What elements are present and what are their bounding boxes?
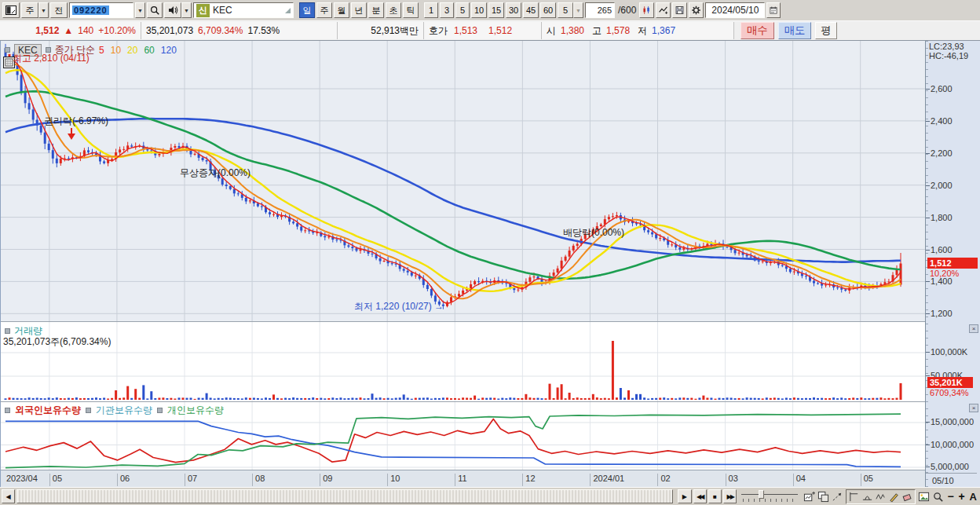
interval-value: 5 (558, 2, 573, 18)
fast-forward-button[interactable]: ▶▶ (723, 489, 737, 503)
period-tab-년[interactable]: 년 (351, 2, 367, 18)
chart-window-button[interactable] (2, 2, 20, 18)
stock-code-input[interactable]: 092220 (69, 2, 133, 18)
sound-dropdown-icon[interactable]: ▼ (181, 2, 192, 18)
chart-add-icon[interactable] (803, 490, 816, 503)
settings-button[interactable] (689, 2, 704, 18)
slider-track (741, 494, 797, 495)
buy-button[interactable]: 매수 (740, 22, 774, 39)
minute-button-30[interactable]: 30 (506, 2, 521, 18)
tool-wave-icon[interactable] (874, 490, 887, 503)
main-price-chart[interactable]: KEC 종가 단순 5102060120 최고 2,810 (04/11) 권리… (1, 41, 925, 321)
period-tab-월[interactable]: 월 (334, 2, 349, 18)
bar-count-value: 265 (598, 5, 612, 15)
gear-icon (691, 4, 701, 16)
open-price: 1,380 (561, 25, 584, 36)
magnifier-icon[interactable] (931, 490, 945, 503)
date-axis-label: 2023/04 (4, 474, 38, 486)
prev-button[interactable]: 전 (50, 2, 68, 18)
price-change-pct: +10.20% (98, 25, 136, 36)
axis-tick-mark (926, 445, 930, 445)
week-dropdown-icon[interactable]: ▼ (38, 2, 49, 18)
interval-dropdown-icon[interactable]: ▼ (573, 2, 583, 18)
minute-button-15[interactable]: 15 (488, 2, 504, 18)
period-tab-분[interactable]: 분 (368, 2, 384, 18)
week-button[interactable]: 주 (21, 2, 38, 18)
rewind-button[interactable]: ◀◀ (693, 489, 707, 503)
ma-period-labels: 5102060120 (99, 45, 177, 56)
up-arrow-icon: ▲ (64, 25, 73, 36)
minute-buttons: 1351015304560 (424, 2, 556, 18)
new-stock-badge: 신 (196, 4, 210, 17)
axis-tick-mark (926, 185, 930, 186)
ownership-legend[interactable]: 외국인보유수량기관보유수량개인보유수량 (5, 404, 224, 417)
legend-checkbox-icon (5, 47, 10, 53)
interval-select[interactable]: 5 ▼ (558, 2, 583, 18)
period-tab-일[interactable]: 일 (299, 2, 315, 18)
code-dropdown-icon[interactable]: ▼ (135, 2, 145, 18)
calendar-icon (769, 4, 778, 16)
minute-button-1[interactable]: 1 (424, 2, 438, 18)
trendline-mode-icon[interactable] (831, 490, 844, 503)
minute-button-60[interactable]: 60 (540, 2, 556, 18)
bottom-toolbar: ◀ ▶ ◀◀ ■ ▶▶ − + A (0, 487, 980, 505)
line-settings-button[interactable] (656, 2, 671, 18)
high-price: 1,578 (606, 25, 630, 36)
minute-button-45[interactable]: 45 (523, 2, 539, 18)
tool-cross-icon[interactable] (847, 490, 861, 503)
period-tab-틱[interactable]: 틱 (403, 2, 419, 18)
volume-badge: 35,201K (927, 377, 973, 388)
ownership-panel-close-button[interactable]: × (969, 404, 978, 412)
zoom-slider[interactable] (741, 489, 797, 503)
volume-panel-close-button[interactable]: × (969, 324, 978, 333)
date-value: 2024/05/10 (711, 5, 759, 16)
stop-button[interactable]: ■ (708, 489, 722, 503)
search-button[interactable] (147, 2, 163, 18)
play-button[interactable]: ▶ (678, 489, 691, 503)
avg-button[interactable]: 평 (815, 22, 836, 39)
scroll-left-button[interactable]: ◀ (2, 489, 15, 503)
date-axis-label: 08 (252, 474, 265, 486)
period-tabs: 일주월년분초틱 (299, 2, 419, 18)
ownership-legend-0: 외국인보유수량 (15, 404, 81, 417)
candle-settings-button[interactable] (639, 2, 654, 18)
save-button[interactable] (672, 2, 687, 18)
zoom-out-button[interactable]: − (946, 490, 956, 503)
capture-icon[interactable] (917, 490, 931, 503)
date-axis-label: 07 (185, 474, 197, 486)
zoom-in-button[interactable]: + (957, 490, 967, 503)
date-axis-label: 2024/01 (590, 474, 624, 486)
minute-button-5[interactable]: 5 (455, 2, 470, 18)
ownership-tick-label: 10,000,000 (931, 440, 974, 449)
tool-pen-icon[interactable] (887, 490, 901, 503)
tool-eraser-icon[interactable] (901, 490, 914, 503)
chart-scrollbar[interactable] (16, 489, 673, 503)
slider-thumb[interactable] (759, 490, 764, 499)
date-input[interactable]: 2024/05/10 (705, 2, 765, 18)
sell-button[interactable]: 매도 (778, 22, 812, 39)
candle-add-icon (642, 4, 652, 16)
minute-button-3[interactable]: 3 (440, 2, 454, 18)
duplicate-chart-icon[interactable] (817, 490, 830, 503)
tool-peak-icon[interactable] (861, 490, 874, 503)
bar-total-label: /600 (618, 5, 636, 16)
ask-price: 1,513 (454, 25, 477, 36)
period-tab-초[interactable]: 초 (386, 2, 401, 18)
ownership-chart[interactable]: 외국인보유수량기관보유수량개인보유수량 (1, 401, 925, 470)
date-axis-label: 03 (726, 474, 738, 486)
symbol-field[interactable]: 신 KEC (193, 2, 294, 18)
save-icon (675, 4, 685, 16)
turnover-rate: 17.53% (247, 25, 280, 36)
stock-chart-window: 주 ▼ 전 092220 ▼ ▼ 신 KEC 일주월년분초틱 135101530… (0, 0, 980, 505)
volume-chart[interactable]: 거래량 35,201,073주(6,709.34%) (1, 321, 925, 401)
date-axis-label: 04 (793, 474, 806, 486)
sound-button[interactable] (164, 2, 181, 18)
font-button[interactable]: A (967, 491, 978, 503)
period-tab-주[interactable]: 주 (316, 2, 332, 18)
bar-count-input[interactable]: 265 (585, 2, 615, 18)
rights-down-arrow-icon (68, 134, 75, 140)
minute-button-10[interactable]: 10 (471, 2, 487, 18)
calendar-button[interactable] (766, 2, 781, 18)
week-combo: 주 ▼ (21, 2, 49, 18)
chart-region: KEC 종가 단순 5102060120 최고 2,810 (04/11) 권리… (0, 41, 980, 487)
